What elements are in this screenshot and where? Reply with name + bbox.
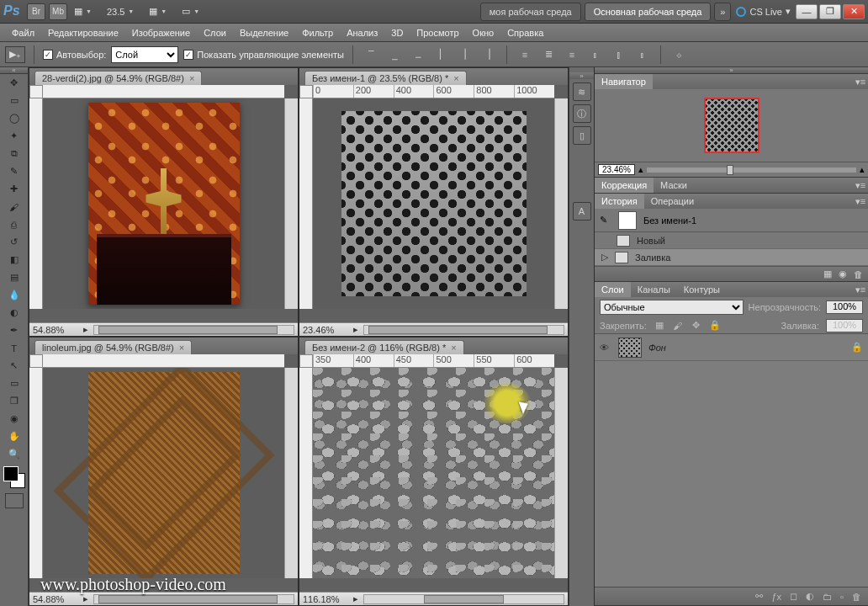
align-top-icon[interactable]: ⎺	[362, 46, 380, 63]
history-state[interactable]: ▷ Заливка	[595, 249, 868, 266]
vertical-ruler[interactable]	[299, 98, 313, 309]
menu-window[interactable]: Окно	[466, 24, 501, 42]
type-tool[interactable]: T	[4, 339, 24, 357]
screen-mode-dropdown[interactable]: ▭	[177, 3, 209, 20]
close-icon[interactable]: ×	[451, 343, 456, 353]
toolbox-collapse[interactable]: «	[0, 67, 28, 74]
horizontal-scrollbar[interactable]	[363, 594, 564, 604]
ruler-origin[interactable]	[299, 85, 313, 98]
new-layer-icon[interactable]: ▫	[840, 592, 844, 602]
brush-tool[interactable]: 🖌	[4, 198, 24, 215]
ruler-origin[interactable]	[29, 85, 43, 98]
wand-tool[interactable]: ✦	[4, 127, 24, 145]
minimize-button[interactable]: —	[796, 4, 818, 19]
menu-edit[interactable]: Редактирование	[41, 24, 125, 42]
align-hcenter-icon[interactable]: ⎪	[456, 46, 474, 63]
fill-value[interactable]: 100%	[826, 319, 863, 332]
canvas[interactable]	[313, 368, 554, 578]
tab-actions[interactable]: Операции	[644, 194, 701, 209]
new-snapshot-icon[interactable]: ◉	[839, 268, 847, 279]
eyedropper-tool[interactable]: ✎	[4, 162, 24, 180]
vertical-scrollbar[interactable]	[284, 368, 298, 578]
pen-tool[interactable]: ✒	[4, 322, 24, 339]
vertical-scrollbar[interactable]	[284, 98, 298, 309]
layer-name[interactable]: Фон	[648, 343, 666, 353]
menu-image[interactable]: Изображение	[125, 24, 197, 42]
ruler-origin[interactable]	[299, 354, 313, 368]
menu-filter[interactable]: Фильтр	[295, 24, 340, 42]
autoselect-checkbox[interactable]: ✓Автовыбор:	[43, 50, 106, 60]
align-left-icon[interactable]: ⎢	[432, 46, 451, 63]
navigator-zoom[interactable]: 23.46%	[598, 164, 635, 175]
navigator-preview[interactable]	[595, 89, 868, 162]
tab-navigator[interactable]: Навигатор	[595, 74, 653, 89]
menu-select[interactable]: Выделение	[233, 24, 295, 42]
cs-live[interactable]: CS Live ▾	[736, 6, 791, 17]
document-tab[interactable]: Без имени-2 @ 116% (RGB/8) *×	[304, 340, 464, 354]
panel-menu-icon[interactable]: ▾≡	[853, 196, 868, 207]
blur-tool[interactable]: 💧	[4, 286, 24, 304]
color-icon[interactable]: ▯	[573, 126, 591, 145]
zoom-tool[interactable]: 🔍	[4, 445, 24, 463]
3d-camera-tool[interactable]: ◉	[4, 410, 24, 428]
history-brush-source-icon[interactable]: ✎	[600, 215, 611, 226]
workspace-default[interactable]: Основная рабочая среда	[585, 3, 712, 21]
active-tool-indicator[interactable]: ▶₊	[5, 46, 25, 63]
zoom-readout[interactable]: 54.88%	[33, 325, 78, 335]
tab-channels[interactable]: Каналы	[631, 282, 677, 297]
vertical-ruler[interactable]	[29, 368, 43, 578]
shape-tool[interactable]: ▭	[4, 375, 24, 392]
panels-collapse[interactable]: »	[595, 67, 868, 74]
eraser-tool[interactable]: ◧	[4, 251, 24, 268]
hand-tool[interactable]: ✋	[4, 428, 24, 445]
tab-layers[interactable]: Слои	[595, 282, 631, 297]
lock-transparency-icon[interactable]: ▦	[654, 320, 665, 332]
close-icon[interactable]: ×	[189, 73, 194, 83]
horizontal-ruler[interactable]	[43, 354, 284, 368]
color-swatches[interactable]	[3, 466, 25, 488]
link-layers-icon[interactable]: ⚯	[755, 591, 763, 602]
delete-layer-icon[interactable]: 🗑	[852, 592, 861, 602]
dock-collapse[interactable]: »	[569, 72, 594, 79]
histogram-icon[interactable]: ≋	[573, 82, 591, 101]
distribute-top-icon[interactable]: ≡	[516, 46, 534, 63]
horizontal-scrollbar[interactable]	[93, 325, 294, 335]
character-icon[interactable]: A	[573, 202, 591, 221]
vertical-scrollbar[interactable]	[554, 98, 568, 309]
blend-mode-select[interactable]: Обычные	[600, 300, 744, 315]
zoom-dropdown[interactable]: 23.5	[102, 3, 144, 20]
distribute-hcenter-icon[interactable]: ⫿	[610, 46, 628, 63]
info-icon[interactable]: ⓘ	[573, 104, 591, 123]
panel-menu-icon[interactable]: ▾≡	[853, 284, 868, 295]
adjustment-layer-icon[interactable]: ◐	[806, 591, 814, 602]
layer-mask-icon[interactable]: ◻	[790, 591, 797, 602]
tab-history[interactable]: История	[595, 194, 644, 209]
vertical-scrollbar[interactable]	[554, 368, 568, 578]
show-controls-checkbox[interactable]: ✓Показать управляющие элементы	[183, 50, 344, 60]
vertical-ruler[interactable]	[29, 98, 43, 309]
close-button[interactable]: ✕	[843, 4, 865, 19]
minibridge-button[interactable]: Mb	[49, 3, 67, 20]
lasso-tool[interactable]: ◯	[4, 109, 24, 127]
workspace-more[interactable]: »	[714, 3, 731, 21]
zoom-in-icon[interactable]: ▴	[860, 164, 865, 175]
menu-view[interactable]: Просмотр	[410, 24, 465, 42]
crop-tool[interactable]: ⧉	[4, 145, 24, 162]
gradient-tool[interactable]: ▤	[4, 268, 24, 286]
doc-info-icon[interactable]: ▸	[83, 324, 88, 335]
horizontal-ruler[interactable]	[43, 85, 284, 98]
zoom-readout[interactable]: 23.46%	[303, 325, 348, 335]
align-vcenter-icon[interactable]: ⎯	[385, 46, 404, 63]
tab-adjustments[interactable]: Коррекция	[595, 178, 654, 193]
doc-info-icon[interactable]: ▸	[353, 324, 358, 335]
visibility-icon[interactable]: 👁	[600, 343, 611, 353]
tab-masks[interactable]: Маски	[654, 178, 694, 193]
lock-position-icon[interactable]: ✥	[691, 320, 702, 332]
align-bottom-icon[interactable]: ⎽	[409, 46, 427, 63]
close-icon[interactable]: ×	[453, 73, 458, 83]
menu-analysis[interactable]: Анализ	[340, 24, 384, 42]
create-doc-from-state-icon[interactable]: ▦	[823, 268, 832, 279]
menu-file[interactable]: Файл	[5, 24, 41, 42]
align-right-icon[interactable]: ⎥	[479, 46, 498, 63]
distribute-vcenter-icon[interactable]: ≣	[539, 46, 558, 63]
